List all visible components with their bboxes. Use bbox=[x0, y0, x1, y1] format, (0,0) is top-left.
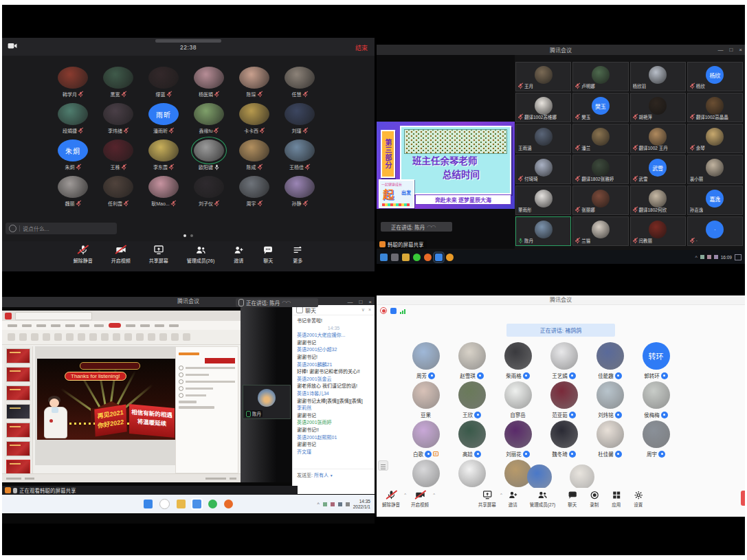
caret-icon[interactable]: ^ bbox=[433, 493, 435, 497]
participant-cell[interactable]: 王欣 bbox=[449, 381, 495, 421]
wps-tool-icon[interactable] bbox=[148, 333, 155, 341]
start-button[interactable] bbox=[144, 500, 153, 508]
participant-cell[interactable]: 周宇 bbox=[232, 175, 277, 211]
wps-tool-icon[interactable] bbox=[124, 333, 132, 341]
participant-cell[interactable]: 鑫缘fu bbox=[186, 102, 232, 138]
wps-tab-bar[interactable] bbox=[2, 311, 241, 321]
participant-cell[interactable]: 转环郭转环 bbox=[633, 342, 679, 381]
participant-cell[interactable]: 赵雪琪 bbox=[449, 342, 495, 381]
slide-thumbnail[interactable] bbox=[6, 348, 30, 363]
participant-cell[interactable]: 韩学月 bbox=[50, 65, 96, 102]
tray-icon[interactable] bbox=[707, 255, 711, 259]
slide-thumbnail[interactable] bbox=[6, 404, 30, 419]
maximize-button[interactable]: □ bbox=[729, 45, 733, 55]
participant-cell[interactable]: 任慧 bbox=[277, 65, 322, 102]
participant-cell[interactable]: 自寥岳 bbox=[495, 381, 541, 421]
participant-cell[interactable]: 欧阳键 bbox=[186, 138, 232, 175]
minimize-button[interactable]: — bbox=[717, 45, 723, 55]
wps-tool-icon[interactable] bbox=[31, 333, 38, 341]
camera-icon[interactable] bbox=[8, 42, 17, 50]
slide-thumbnail[interactable] bbox=[6, 441, 30, 456]
wps-tool-icon[interactable] bbox=[8, 333, 15, 341]
fill-color-swatch[interactable] bbox=[205, 358, 235, 363]
participant-tile[interactable]: 卢明娜 bbox=[572, 62, 628, 91]
participant-tile[interactable]: 樊玉樊玉 bbox=[572, 93, 628, 122]
participant-tile[interactable]: 张丽娜 bbox=[572, 186, 628, 215]
system-tray[interactable]: ^ 14:35 2022/1/1 bbox=[317, 499, 370, 510]
wps-tool-icon[interactable] bbox=[78, 333, 85, 341]
participant-tile[interactable]: 翻译1002高晶晶 bbox=[687, 93, 743, 122]
participant-cell[interactable]: 黑宽 bbox=[96, 65, 141, 102]
record-pill[interactable] bbox=[109, 323, 121, 328]
participant-cell[interactable]: 魏丽 bbox=[50, 175, 96, 211]
participant-cell[interactable]: 任利霞 bbox=[96, 175, 141, 211]
participant-tile[interactable]: 王雨涵 bbox=[515, 124, 571, 153]
participant-cell[interactable]: 缪蓝 bbox=[141, 65, 186, 102]
close-chat-icon[interactable]: × bbox=[368, 307, 371, 313]
participant-cell[interactable]: 卡卡西 bbox=[232, 102, 277, 138]
toolbar-apps-button[interactable]: 应用 bbox=[611, 490, 621, 508]
wps-tool-icon[interactable] bbox=[183, 333, 190, 341]
explorer-icon[interactable] bbox=[402, 254, 410, 261]
participant-cell[interactable]: 刘子仪 bbox=[186, 175, 232, 211]
participant-cell[interactable]: 周宇 bbox=[633, 421, 679, 460]
window-titlebar[interactable]: 腾讯会议 bbox=[377, 295, 745, 305]
participant-tile[interactable]: 余琴 bbox=[687, 124, 743, 153]
toolbar-record-button[interactable]: 录制 bbox=[589, 490, 599, 508]
participant-tile[interactable]: 潘兰 bbox=[572, 124, 628, 153]
participant-cell[interactable]: 陈琛 bbox=[232, 65, 277, 102]
document-tab[interactable] bbox=[15, 312, 92, 320]
wps-toolbar-row[interactable] bbox=[2, 330, 241, 345]
slide-thumbnail-panel[interactable] bbox=[4, 346, 33, 473]
participant-tile[interactable]: 王月 bbox=[515, 62, 571, 91]
wechat-icon[interactable] bbox=[413, 254, 421, 261]
toolbar-chat-button[interactable]: 聊天 bbox=[567, 490, 577, 508]
participant-tile[interactable]: 翻译1002 王丹 bbox=[630, 124, 686, 153]
participant-tile[interactable]: 闫教丽 bbox=[630, 216, 686, 246]
send-target-select[interactable]: 所有人 ▼ bbox=[314, 473, 333, 478]
start-button[interactable] bbox=[380, 254, 388, 261]
toolbar-mic-button[interactable]: 解除静音^ bbox=[382, 490, 400, 508]
end-meeting-button[interactable] bbox=[741, 491, 745, 506]
toolbar-cam-button[interactable]: 开启视频 bbox=[111, 245, 131, 271]
notification-icon[interactable] bbox=[735, 254, 742, 260]
participant-cell[interactable]: 王艺嫣 bbox=[541, 342, 587, 381]
toolbar-invite-button[interactable]: 邀请 bbox=[233, 245, 244, 271]
toolbar-invite-button[interactable]: 邀请 bbox=[508, 490, 518, 508]
quick-chat-input[interactable]: 说点什么... bbox=[5, 223, 117, 234]
participant-cell[interactable]: 耿Mao... bbox=[141, 175, 186, 211]
tray-icon[interactable] bbox=[700, 255, 704, 259]
avatar[interactable] bbox=[570, 464, 594, 489]
participant-tile[interactable]: 嘉逸孙嘉逸 bbox=[687, 186, 743, 215]
participant-cell[interactable]: 白歌ai bbox=[403, 421, 449, 460]
participant-cell[interactable]: 豆果 bbox=[403, 381, 449, 421]
tray-chevron[interactable]: ^ bbox=[317, 502, 319, 506]
participant-cell[interactable]: 周芳 bbox=[403, 342, 449, 381]
participant-tile[interactable]: 付琦琦 bbox=[515, 155, 571, 184]
slide-thumbnail[interactable] bbox=[6, 460, 30, 473]
participant-tile[interactable]: 兰猫 bbox=[572, 216, 628, 246]
sidebar-toggle-button[interactable] bbox=[378, 460, 388, 471]
wps-tool-icon[interactable] bbox=[54, 333, 62, 341]
meeting-app-icon[interactable] bbox=[192, 500, 201, 508]
participant-cell[interactable]: 刘炜铭 bbox=[587, 381, 633, 421]
participant-tile[interactable]: 翻译1802张雅婷 bbox=[572, 155, 628, 184]
toolbar-more-button[interactable]: 更多 bbox=[292, 245, 303, 271]
participant-cell[interactable]: 柴雨格 bbox=[495, 342, 541, 381]
qq-icon[interactable] bbox=[446, 254, 454, 261]
wps-tool-icon[interactable] bbox=[136, 333, 144, 341]
participant-cell[interactable]: 刘丽花 bbox=[495, 421, 541, 460]
wps-menu-row[interactable] bbox=[2, 321, 241, 330]
avatar[interactable] bbox=[527, 464, 552, 489]
explorer-icon[interactable] bbox=[177, 500, 186, 508]
slide-thumbnail[interactable] bbox=[6, 367, 30, 382]
tray-icon[interactable] bbox=[346, 502, 350, 506]
task-view-button[interactable] bbox=[391, 254, 399, 261]
collapse-chat-icon[interactable]: ∨ bbox=[361, 307, 365, 313]
tray-chevron[interactable]: ^ bbox=[695, 255, 697, 260]
participant-cell[interactable]: 杜佳馨 bbox=[587, 421, 633, 460]
firefox-icon[interactable] bbox=[224, 500, 233, 508]
participant-tile[interactable]: 董雨彤 bbox=[515, 186, 571, 215]
toolbar-chat-button[interactable]: 聊天 bbox=[263, 245, 274, 271]
participant-cell[interactable]: 佳能趣 bbox=[587, 342, 633, 381]
